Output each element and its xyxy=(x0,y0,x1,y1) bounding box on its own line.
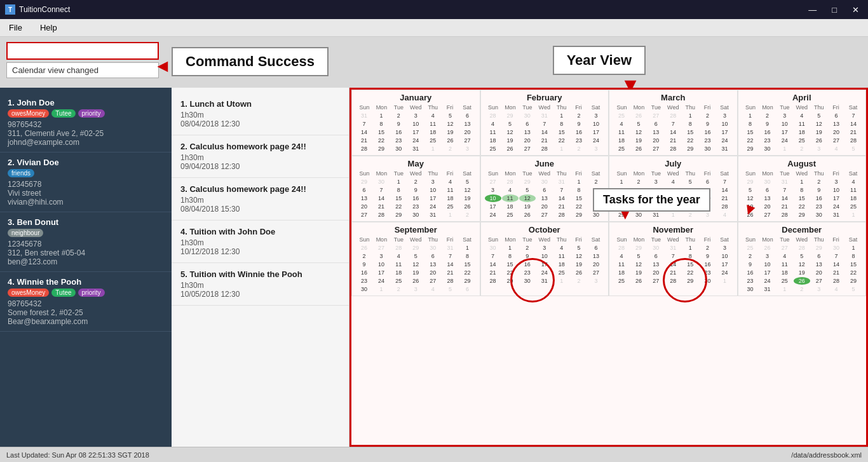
cal-day-blank: 26 xyxy=(759,244,776,252)
close-button[interactable]: ✕ xyxy=(848,4,863,16)
cal-day: 18 xyxy=(845,194,862,202)
cal-day-blank: 28 xyxy=(390,244,407,252)
task-duration: 1h30m xyxy=(180,238,340,247)
cal-day-blank: 31 xyxy=(665,244,681,252)
cal-day: 19 xyxy=(811,128,827,136)
cal-day: 7 xyxy=(442,252,458,260)
cal-day-next: 2 xyxy=(571,277,587,285)
cal-day: 24 xyxy=(536,269,553,276)
cal-day: 4 xyxy=(553,244,570,252)
cal-day: 27 xyxy=(648,145,664,153)
cal-day-blank: 31 xyxy=(442,244,458,252)
cal-day: 7 xyxy=(356,120,372,128)
task-date: 08/04/2018 12:30 xyxy=(180,119,340,128)
app-title: TuitionConnect xyxy=(19,5,70,14)
cal-month: SeptemberSunMonTueWedThuFriSat2627282930… xyxy=(351,222,480,296)
cal-day: 12 xyxy=(794,261,810,268)
cal-day: 20 xyxy=(424,269,441,276)
cal-day: 21 xyxy=(442,269,458,276)
cal-day: 17 xyxy=(759,269,776,276)
cal-day: 25 xyxy=(442,203,458,210)
cal-day-next: 5 xyxy=(845,285,862,293)
cal-day-next: 3 xyxy=(811,285,827,293)
cal-day-blank: 30 xyxy=(828,244,844,252)
last-updated: Last Updated: Sun Apr 08 22:51:33 SGT 20… xyxy=(6,451,149,459)
task-item[interactable]: 1. Lunch at Utown1h30m08/04/2018 12:30 xyxy=(172,93,349,135)
cal-day: 11 xyxy=(390,261,407,268)
cal-day: 13 xyxy=(588,252,604,260)
cal-day: 4 xyxy=(845,178,862,186)
cal-days-grid: 2526272829301234567891011121314151617181… xyxy=(742,244,862,293)
menu-file[interactable]: File xyxy=(5,20,26,35)
cal-day: 22 xyxy=(571,203,587,210)
task-duration: 1h30m xyxy=(180,196,340,205)
maximize-button[interactable]: □ xyxy=(828,4,841,16)
task-duration: 1h30m xyxy=(180,153,340,162)
cal-day: 25 xyxy=(794,137,810,144)
cal-day: 13 xyxy=(356,194,372,202)
task-item[interactable]: 3. Calculus homework page 24!!1h30m08/04… xyxy=(172,178,349,221)
cal-day-next: 3 xyxy=(459,145,475,153)
contact-item[interactable]: 3. Ben Donutneighbour12345678312, Ben st… xyxy=(0,212,172,272)
cal-day: 19 xyxy=(407,269,424,276)
cal-day-blank: 30 xyxy=(424,244,441,252)
task-item[interactable]: 5. Tuition with Winnie the Pooh1h30m10/0… xyxy=(172,263,349,306)
cal-day: 25 xyxy=(502,211,519,219)
cal-day: 3 xyxy=(716,244,733,252)
cal-day: 23 xyxy=(699,269,715,276)
cal-day-blank: 31 xyxy=(536,112,553,119)
cal-day: 9 xyxy=(519,252,536,260)
cal-day: 24 xyxy=(588,137,604,144)
cal-day: 25 xyxy=(553,269,570,276)
cal-day: 2 xyxy=(630,178,647,186)
task-item[interactable]: 4. Tuition with John Doe1h30m10/12/2018 … xyxy=(172,221,349,263)
cal-day: 13 xyxy=(519,128,536,136)
cal-day-next: 2 xyxy=(459,211,475,219)
cal-day: 20 xyxy=(759,203,776,210)
cal-day-next: 3 xyxy=(588,277,604,285)
contact-item[interactable]: 4. Winnie the PoohowesMoneyTuteepriority… xyxy=(0,272,172,332)
cal-day-next: 2 xyxy=(794,285,810,293)
cal-day: 5 xyxy=(794,252,810,260)
cal-day: 27 xyxy=(648,277,664,285)
cal-day: 3 xyxy=(373,252,390,260)
contact-email: ben@123.com xyxy=(8,257,164,266)
cal-day: 20 xyxy=(648,137,664,144)
contact-item[interactable]: 1. John DoeowesMoneyTuteepriority9876543… xyxy=(0,93,172,153)
cal-day: 23 xyxy=(356,277,372,285)
cal-day: 2 xyxy=(356,252,372,260)
task-item[interactable]: 2. Calculus homework page 24!!1h30m09/04… xyxy=(172,135,349,178)
cal-days-header: SunMonTueWedThuFriSat xyxy=(356,170,476,177)
cal-day: 1 xyxy=(390,178,407,186)
cal-month-header: October xyxy=(485,225,605,234)
cal-day: 10 xyxy=(424,186,441,194)
cal-day: 3 xyxy=(588,112,604,119)
command-input[interactable] xyxy=(6,42,159,60)
cal-day: 4 xyxy=(442,178,458,186)
cal-day: 29 xyxy=(682,145,698,153)
menu-help[interactable]: Help xyxy=(36,20,61,35)
cal-day: 19 xyxy=(794,269,810,276)
cal-day: 8 xyxy=(682,252,698,260)
cal-month-header: November xyxy=(613,225,733,234)
contact-item[interactable]: 2. Vivian Doefriends12345678Vivi streetv… xyxy=(0,153,172,212)
cal-month: NovemberSunMonTueWedThuFriSat28293031123… xyxy=(609,222,738,296)
cal-day: 31 xyxy=(716,145,733,153)
cal-day: 16 xyxy=(811,194,827,202)
cal-day: 18 xyxy=(502,203,519,210)
minimize-button[interactable]: — xyxy=(804,4,820,16)
cal-day: 20 xyxy=(519,137,536,144)
cal-day: 4 xyxy=(794,112,810,119)
cal-day: 8 xyxy=(553,120,570,128)
cal-day: 27 xyxy=(759,211,776,219)
main-content: 1. John DoeowesMoneyTuteepriority9876543… xyxy=(0,88,868,447)
cal-day-blank: 29 xyxy=(742,178,759,186)
titlebar: T TuitionConnect — □ ✕ xyxy=(0,0,868,19)
cal-day-blank: 28 xyxy=(665,112,681,119)
cal-day: 2 xyxy=(390,112,407,119)
cal-day: 2 xyxy=(742,252,759,260)
cal-day: 5 xyxy=(811,112,827,119)
cal-day-blank: 29 xyxy=(356,178,372,186)
contact-tags: owesMoneyTuteepriority xyxy=(8,109,164,118)
task-date: 10/05/2018 12:30 xyxy=(180,290,340,299)
